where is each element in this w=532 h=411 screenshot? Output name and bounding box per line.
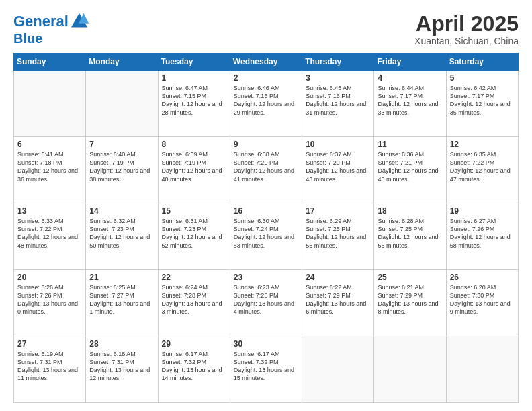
day-info: Sunrise: 6:41 AM Sunset: 7:18 PM Dayligh… [17,150,82,183]
calendar-cell: 7Sunrise: 6:40 AM Sunset: 7:19 PM Daylig… [86,137,158,203]
day-of-week-header: Wednesday [230,54,302,71]
title-block: April 2025 Xuantan, Sichuan, China [414,12,519,46]
calendar: SundayMondayTuesdayWednesdayThursdayFrid… [13,53,519,403]
day-info: Sunrise: 6:33 AM Sunset: 7:22 PM Dayligh… [17,217,82,250]
day-info: Sunrise: 6:45 AM Sunset: 7:16 PM Dayligh… [306,84,370,117]
calendar-cell: 29Sunrise: 6:17 AM Sunset: 7:32 PM Dayli… [158,336,230,403]
day-info: Sunrise: 6:26 AM Sunset: 7:26 PM Dayligh… [17,283,82,316]
day-info: Sunrise: 6:21 AM Sunset: 7:29 PM Dayligh… [378,283,442,316]
day-number: 8 [162,140,226,149]
day-info: Sunrise: 6:47 AM Sunset: 7:15 PM Dayligh… [162,84,226,117]
day-number: 27 [17,339,82,349]
day-number: 13 [17,206,82,216]
calendar-cell: 25Sunrise: 6:21 AM Sunset: 7:29 PM Dayli… [374,270,446,336]
day-info: Sunrise: 6:35 AM Sunset: 7:22 PM Dayligh… [450,150,515,183]
calendar-cell: 13Sunrise: 6:33 AM Sunset: 7:22 PM Dayli… [14,203,86,270]
calendar-week-row: 20Sunrise: 6:26 AM Sunset: 7:26 PM Dayli… [14,270,519,336]
calendar-cell: 4Sunrise: 6:44 AM Sunset: 7:17 PM Daylig… [374,71,446,137]
day-number: 6 [17,140,82,149]
day-number: 5 [450,73,515,83]
day-number: 18 [378,206,442,216]
calendar-cell: 15Sunrise: 6:31 AM Sunset: 7:23 PM Dayli… [158,203,230,270]
day-of-week-header: Thursday [302,54,374,71]
day-number: 14 [89,206,154,216]
calendar-cell: 6Sunrise: 6:41 AM Sunset: 7:18 PM Daylig… [14,137,86,203]
day-number: 21 [89,273,154,282]
day-number: 19 [450,206,515,216]
day-number: 25 [378,273,442,282]
logo-text: General [13,13,69,30]
day-info: Sunrise: 6:18 AM Sunset: 7:31 PM Dayligh… [89,350,154,383]
day-number: 20 [17,273,82,282]
day-number: 11 [378,140,442,149]
day-number: 29 [162,339,226,349]
page: General Blue April 2025 Xuantan, Sichuan… [0,0,532,411]
calendar-week-row: 6Sunrise: 6:41 AM Sunset: 7:18 PM Daylig… [14,137,519,203]
day-number: 22 [162,273,226,282]
day-number: 15 [162,206,226,216]
calendar-cell [446,336,518,403]
calendar-cell: 16Sunrise: 6:30 AM Sunset: 7:24 PM Dayli… [230,203,302,270]
calendar-cell: 26Sunrise: 6:20 AM Sunset: 7:30 PM Dayli… [446,270,518,336]
subtitle: Xuantan, Sichuan, China [414,36,519,46]
day-info: Sunrise: 6:23 AM Sunset: 7:28 PM Dayligh… [234,283,298,316]
day-number: 10 [306,140,370,149]
calendar-cell: 14Sunrise: 6:32 AM Sunset: 7:23 PM Dayli… [86,203,158,270]
day-number: 3 [306,73,370,83]
day-info: Sunrise: 6:25 AM Sunset: 7:27 PM Dayligh… [89,283,154,316]
day-info: Sunrise: 6:27 AM Sunset: 7:26 PM Dayligh… [450,217,515,250]
calendar-cell: 10Sunrise: 6:37 AM Sunset: 7:20 PM Dayli… [302,137,374,203]
day-number: 12 [450,140,515,149]
calendar-cell: 12Sunrise: 6:35 AM Sunset: 7:22 PM Dayli… [446,137,518,203]
day-info: Sunrise: 6:17 AM Sunset: 7:32 PM Dayligh… [162,350,226,383]
calendar-cell: 23Sunrise: 6:23 AM Sunset: 7:28 PM Dayli… [230,270,302,336]
calendar-cell: 24Sunrise: 6:22 AM Sunset: 7:29 PM Dayli… [302,270,374,336]
day-info: Sunrise: 6:46 AM Sunset: 7:16 PM Dayligh… [234,84,298,117]
calendar-cell [14,71,86,137]
logo: General Blue [13,12,89,46]
calendar-cell [86,71,158,137]
calendar-cell: 27Sunrise: 6:19 AM Sunset: 7:31 PM Dayli… [14,336,86,403]
day-number: 28 [89,339,154,349]
day-of-week-header: Tuesday [158,54,230,71]
day-number: 1 [162,73,226,83]
day-of-week-header: Friday [374,54,446,71]
day-of-week-header: Saturday [446,54,518,71]
calendar-cell: 22Sunrise: 6:24 AM Sunset: 7:28 PM Dayli… [158,270,230,336]
day-info: Sunrise: 6:31 AM Sunset: 7:23 PM Dayligh… [162,217,226,250]
calendar-cell: 8Sunrise: 6:39 AM Sunset: 7:19 PM Daylig… [158,137,230,203]
day-of-week-header: Monday [86,54,158,71]
calendar-week-row: 1Sunrise: 6:47 AM Sunset: 7:15 PM Daylig… [14,71,519,137]
day-number: 7 [89,140,154,149]
day-info: Sunrise: 6:44 AM Sunset: 7:17 PM Dayligh… [378,84,442,117]
day-of-week-header: Sunday [14,54,86,71]
calendar-cell: 28Sunrise: 6:18 AM Sunset: 7:31 PM Dayli… [86,336,158,403]
day-number: 9 [234,140,298,149]
calendar-header-row: SundayMondayTuesdayWednesdayThursdayFrid… [14,54,519,71]
day-info: Sunrise: 6:22 AM Sunset: 7:29 PM Dayligh… [306,283,370,316]
day-number: 17 [306,206,370,216]
day-number: 16 [234,206,298,216]
day-info: Sunrise: 6:20 AM Sunset: 7:30 PM Dayligh… [450,283,515,316]
calendar-cell: 19Sunrise: 6:27 AM Sunset: 7:26 PM Dayli… [446,203,518,270]
calendar-cell: 11Sunrise: 6:36 AM Sunset: 7:21 PM Dayli… [374,137,446,203]
day-info: Sunrise: 6:38 AM Sunset: 7:20 PM Dayligh… [234,150,298,183]
day-info: Sunrise: 6:39 AM Sunset: 7:19 PM Dayligh… [162,150,226,183]
day-number: 23 [234,273,298,282]
calendar-cell [374,336,446,403]
day-info: Sunrise: 6:37 AM Sunset: 7:20 PM Dayligh… [306,150,370,183]
calendar-cell: 21Sunrise: 6:25 AM Sunset: 7:27 PM Dayli… [86,270,158,336]
calendar-week-row: 27Sunrise: 6:19 AM Sunset: 7:31 PM Dayli… [14,336,519,403]
day-info: Sunrise: 6:29 AM Sunset: 7:25 PM Dayligh… [306,217,370,250]
day-info: Sunrise: 6:42 AM Sunset: 7:17 PM Dayligh… [450,84,515,117]
calendar-cell: 1Sunrise: 6:47 AM Sunset: 7:15 PM Daylig… [158,71,230,137]
calendar-cell: 20Sunrise: 6:26 AM Sunset: 7:26 PM Dayli… [14,270,86,336]
day-number: 30 [234,339,298,349]
calendar-cell: 9Sunrise: 6:38 AM Sunset: 7:20 PM Daylig… [230,137,302,203]
day-info: Sunrise: 6:24 AM Sunset: 7:28 PM Dayligh… [162,283,226,316]
calendar-cell: 17Sunrise: 6:29 AM Sunset: 7:25 PM Dayli… [302,203,374,270]
day-number: 2 [234,73,298,83]
day-info: Sunrise: 6:19 AM Sunset: 7:31 PM Dayligh… [17,350,82,383]
day-info: Sunrise: 6:28 AM Sunset: 7:25 PM Dayligh… [378,217,442,250]
logo-icon [70,12,89,31]
